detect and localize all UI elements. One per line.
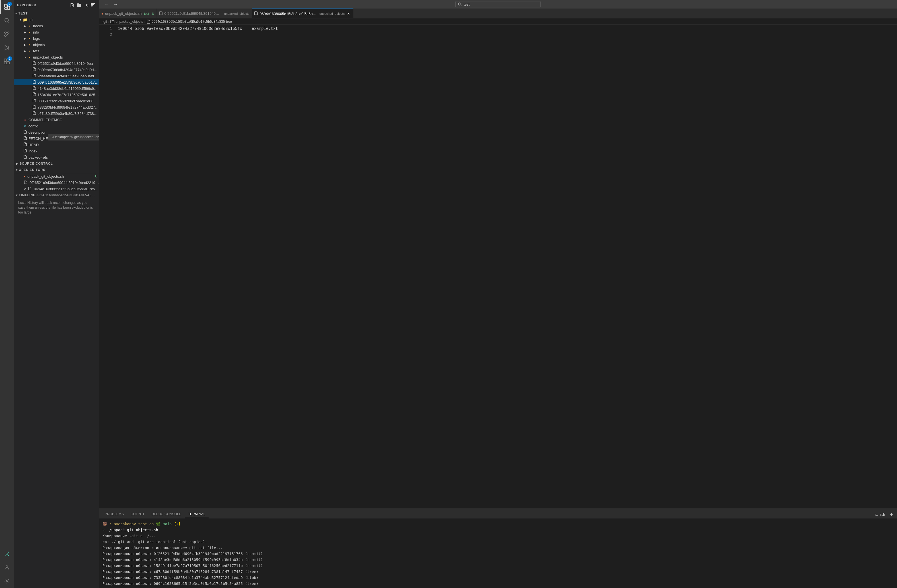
svg-point-6 [5,32,6,34]
file8-label: 733280fd4c88684fe1a3744abd32757124af… [38,105,99,110]
file3-label: 9daeafb9864cf43055ae93beb0afd6c7d144… [38,74,99,78]
head-label: HEAD [29,143,99,147]
oe-label-unpack: unpack_git_objects.sh [27,174,94,179]
oe-item-unpack[interactable]: ▪ unpack_git_objects.sh U [14,173,99,179]
back-button[interactable]: ← [103,0,110,8]
tree-item-file3[interactable]: ▶ 9daeafb9864cf43055ae93beb0afd6c7d144… [14,73,99,79]
breadcrumb-sep1: › [108,20,109,24]
oe-item-tree[interactable]: ✕ 0694c1638665e15f3b3ca0f5a6b17c5b5c34… [14,186,99,192]
new-folder-icon[interactable] [76,2,82,8]
run-activity-icon[interactable] [0,41,14,55]
hooks-icon: ▪ [27,24,32,28]
logs-label: logs [33,37,99,41]
terminal-line-obj5: Разархивирован объект: 733280fd4c88684fe… [103,575,894,580]
sidebar: EXPLORER ▾ TEST ▾ 📁 .git [14,0,99,588]
tree-item-file1[interactable]: ▶ 0f26521c9d3dad6904fb391949ba [14,60,99,67]
tree-item-packed-refs[interactable]: ▶ packed-refs [14,154,99,160]
tab-tree-file[interactable]: 0694c1638665e15f3b3ca0f5a6b17c5b5c34a835… [252,9,354,18]
tree-item-config[interactable]: ▶ ⚙ config [14,123,99,129]
tree-item-file4[interactable]: ▶ 0694c1638665e15f3b3ca0f5a6b17c5b5c3… [14,79,99,85]
tab-output[interactable]: OUTPUT [127,510,148,518]
terminal-shell-label: zsh [873,512,886,517]
settings-activity-icon[interactable] [0,574,14,588]
tree-item-commit-editmsg[interactable]: ▶ ● COMMIT_EDITMSG [14,116,99,123]
terminal-line-obj4: Разархивирован объект: c67a80dff59b0a4b8… [103,569,894,575]
objects-arrow: ▶ [23,43,27,46]
breadcrumb-git[interactable]: .git [103,20,107,24]
tree-arrow: ▾ [14,12,18,15]
file5-label: 4148ae3dd38db6a215059df599c993af8df… [38,86,99,91]
tab-unpack-sublabel: test [144,12,149,15]
git-folder-icon: 📁 [23,18,27,22]
tab-terminal[interactable]: TERMINAL [185,510,209,518]
packed-refs-icon [23,155,27,159]
tree-item-file2[interactable]: ▶ 9a0feac70b9db4294a27749c0d0d2e94d3c… [14,67,99,73]
tree-item-file7[interactable]: ▶ 330507cadc2a60200cf7eecd2d06344c6c5… [14,98,99,104]
tab-debug-console[interactable]: DEBUG CONSOLE [148,510,185,518]
oe-item-commit[interactable]: 0f26521c9d3dad6904fb391949bad22197f51… [14,179,99,186]
source-control-activity-icon[interactable] [0,27,14,41]
tab-tree-close[interactable]: ✕ [346,11,351,16]
tab-commit-icon [159,11,163,16]
timeline-section-header[interactable]: ▾ TIMELINE 0694c1638665e15f3b3ca0f5a6b17… [14,192,99,198]
open-editors-section[interactable]: ▾ OPEN EDITORS [14,166,99,173]
nav-buttons: ← → [103,0,119,8]
tree-item-logs[interactable]: ▶ ▪ logs [14,35,99,41]
explorer-activity-icon[interactable]: 2 [0,0,14,14]
terminal-cmd-1: ➜ ./unpack_git_objects.sh [103,527,894,533]
unpacked-label: unpacked_objects [33,55,99,60]
tree-item-git[interactable]: ▾ 📁 .git [14,17,99,23]
head-icon [23,142,27,147]
oe-dirty-icon: ✕ [24,187,26,191]
collapse-icon[interactable] [90,2,96,8]
tree-item-file8[interactable]: ▶ 733280fd4c88684fe1a3744abd32757124af… [14,104,99,110]
timeline-subtitle: 0694c1638665e15f3b3ca0f5a6b17c5b5c34a83… [37,193,97,197]
terminal-prompt-1: 🐻 : avechkanov test on 🌿 main [⚡] [103,521,894,527]
panel-tabs: PROBLEMS OUTPUT DEBUG CONSOLE TERMINAL z… [99,509,897,519]
tab-unpack[interactable]: ● unpack_git_objects.sh test U [99,9,157,18]
tree-item-objects[interactable]: ▶ ▪ objects [14,41,99,48]
svg-point-19 [458,3,461,5]
forward-button[interactable]: → [112,0,119,8]
breadcrumb-filename[interactable]: 0694c1638665e15f3b3ca0f5a6b17c5b5c34a835… [152,20,232,24]
panel-tab-group: PROBLEMS OUTPUT DEBUG CONSOLE TERMINAL [101,510,208,518]
index-label: index [29,149,99,153]
unpacked-icon: ▪ [27,55,32,60]
oe-sh-icon: ▪ [24,174,25,178]
tree-item-info[interactable]: ▶ ▪ info [14,29,99,35]
tree-root[interactable]: ▾ TEST [14,10,99,17]
extensions-activity-icon[interactable]: 1 [0,55,14,68]
tab-problems[interactable]: PROBLEMS [101,510,127,518]
search-activity-icon[interactable] [0,14,14,27]
search-bar[interactable]: test [455,1,541,8]
tab-commit-file[interactable]: 0f26521c9d3dad6904fb391949bad22197f51766… [157,9,252,18]
account-activity-icon[interactable] [0,561,14,574]
tree-item-hooks[interactable]: ▶ ▪ hooks [14,23,99,29]
shell-name: zsh [880,513,885,517]
tree-item-file6[interactable]: ▶ 15849f41ee7a27a719507e50f16250aed2f77… [14,92,99,98]
svg-point-17 [6,565,8,568]
new-terminal-button[interactable] [888,512,895,517]
tree-item-unpacked-objects[interactable]: ▾ ▪ unpacked_objects [14,54,99,60]
tree-item-refs[interactable]: ▶ ▪ refs [14,48,99,54]
terminal-content[interactable]: 🐻 : avechkanov test on 🌿 main [⚡] ➜ ./un… [99,519,897,588]
breadcrumb-unpacked[interactable]: unpacked_objects [116,20,143,24]
source-control-label: SOURCE CONTROL [20,162,53,165]
editor-area[interactable]: 1 100644 blob 9a0feac70b9db4294a27749c0d… [99,25,897,509]
oe-label-tree: 0694c1638665e15f3b3ca0f5a6b17c5b5c34… [34,187,99,191]
config-icon: ⚙ [23,125,27,128]
source-control-section[interactable]: ▶ SOURCE CONTROL [14,160,99,166]
refresh-icon[interactable] [83,2,89,8]
new-file-icon[interactable] [69,2,75,8]
tree-item-head[interactable]: ▶ HEAD [14,142,99,148]
svg-rect-2 [8,6,10,9]
tree-item-file5[interactable]: ▶ 4148ae3dd38db6a215059df599c993af8df… [14,85,99,92]
tab-commit-sublabel: unpacked_objects [224,12,250,15]
objects-label: objects [33,43,99,47]
terminal-line-obj3: Разархивирован объект: 15849f41ee7a27a71… [103,563,894,569]
tree-item-file9[interactable]: ▶ c67a80dff59b0a4b80a7f3284d7381a147df… [14,110,99,116]
description-icon [23,130,27,134]
tree-item-index[interactable]: ▶ index [14,148,99,154]
objects-icon: ▪ [27,43,32,47]
remote-activity-icon[interactable] [0,547,14,561]
